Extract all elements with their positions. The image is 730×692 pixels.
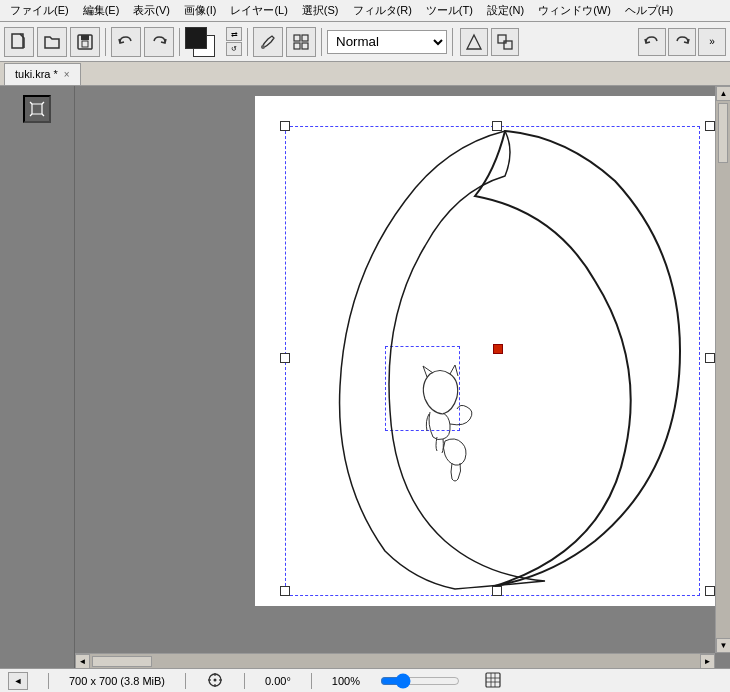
zoom-value: 100% [332, 675, 360, 687]
tools-panel [0, 86, 75, 668]
toolbar: ⇄ ↺ Normal Multiply Screen Overlay » [0, 22, 730, 62]
rotation-value: 0.00° [265, 675, 291, 687]
svg-marker-12 [32, 104, 42, 114]
separator-4 [321, 28, 322, 56]
prev-canvas-button[interactable]: ◄ [8, 672, 28, 690]
menu-edit[interactable]: 編集(E) [77, 1, 126, 20]
menu-tool[interactable]: ツール(T) [420, 1, 479, 20]
zoom-slider[interactable] [380, 673, 460, 689]
rotate-ccw-button[interactable] [638, 28, 666, 56]
sep-4 [311, 673, 312, 689]
document-tab[interactable]: tuki.kra * × [4, 63, 81, 85]
scroll-track-v[interactable] [716, 101, 730, 638]
new-button[interactable] [4, 27, 34, 57]
separator-3 [247, 28, 248, 56]
undo-button[interactable] [111, 27, 141, 57]
reset-colors-button[interactable]: ↺ [226, 42, 242, 56]
svg-rect-19 [486, 673, 500, 687]
handle-tr[interactable] [705, 121, 715, 131]
scroll-down-button[interactable]: ▼ [716, 638, 730, 653]
menu-settings[interactable]: 設定(N) [481, 1, 530, 20]
smudge-button[interactable] [460, 28, 488, 56]
svg-rect-8 [302, 43, 308, 49]
artwork-svg [285, 121, 705, 596]
scroll-thumb-v[interactable] [718, 103, 728, 163]
scroll-thumb-h[interactable] [92, 656, 152, 667]
more-button[interactable]: » [698, 28, 726, 56]
svg-rect-11 [504, 41, 512, 49]
grid-status-button[interactable] [484, 671, 502, 691]
menu-image[interactable]: 画像(I) [178, 1, 222, 20]
main-area: ▲ ▼ ◄ ► [0, 86, 730, 668]
canvas-area[interactable]: ▲ ▼ ◄ ► [75, 86, 730, 668]
tab-title: tuki.kra * [15, 68, 58, 80]
svg-point-14 [214, 678, 217, 681]
menu-window[interactable]: ウィンドウ(W) [532, 1, 617, 20]
tabbar: tuki.kra * × [0, 62, 730, 86]
svg-rect-6 [302, 35, 308, 41]
foreground-color[interactable] [185, 27, 207, 49]
menu-view[interactable]: 表示(V) [127, 1, 176, 20]
clone-button[interactable] [491, 28, 519, 56]
swap-colors-button[interactable]: ⇄ [226, 27, 242, 41]
toolbar-right: » [638, 28, 726, 56]
separator-5 [452, 28, 453, 56]
brush-tool-button[interactable] [253, 27, 283, 57]
save-button[interactable] [70, 27, 100, 57]
scroll-up-button[interactable]: ▲ [716, 86, 730, 101]
scroll-right-button[interactable]: ► [700, 654, 715, 668]
menu-filter[interactable]: フィルタ(R) [347, 1, 418, 20]
grid-button[interactable] [286, 27, 316, 57]
vertical-scrollbar[interactable]: ▲ ▼ [715, 86, 730, 653]
menu-select[interactable]: 選択(S) [296, 1, 345, 20]
redo-button[interactable] [144, 27, 174, 57]
menubar: ファイル(E) 編集(E) 表示(V) 画像(I) レイヤー(L) 選択(S) … [0, 0, 730, 22]
transform-tool[interactable] [23, 95, 51, 123]
svg-marker-9 [467, 35, 481, 49]
pan-tool-indicator[interactable] [206, 671, 224, 691]
svg-rect-2 [81, 35, 89, 40]
sep-3 [244, 673, 245, 689]
sep-1 [48, 673, 49, 689]
separator-2 [179, 28, 180, 56]
horizontal-scrollbar[interactable]: ◄ ► [75, 653, 715, 668]
svg-rect-3 [82, 41, 88, 47]
canvas-dimensions: 700 x 700 (3.8 MiB) [69, 675, 165, 687]
color-selector[interactable] [185, 27, 221, 57]
rotate-cw-button[interactable] [668, 28, 696, 56]
scroll-left-button[interactable]: ◄ [75, 654, 90, 668]
handle-br[interactable] [705, 586, 715, 596]
svg-rect-5 [294, 35, 300, 41]
svg-rect-7 [294, 43, 300, 49]
blend-mode-select[interactable]: Normal Multiply Screen Overlay [327, 30, 447, 54]
scroll-track-h[interactable] [90, 654, 700, 668]
statusbar: ◄ 700 x 700 (3.8 MiB) 0.00° 100% [0, 668, 730, 692]
handle-mr[interactable] [705, 353, 715, 363]
tab-close-button[interactable]: × [64, 69, 70, 80]
svg-rect-10 [498, 35, 506, 43]
menu-help[interactable]: ヘルプ(H) [619, 1, 679, 20]
menu-layer[interactable]: レイヤー(L) [224, 1, 293, 20]
svg-point-4 [261, 45, 265, 49]
separator-1 [105, 28, 106, 56]
menu-file[interactable]: ファイル(E) [4, 1, 75, 20]
canvas [255, 96, 715, 606]
sep-2 [185, 673, 186, 689]
open-button[interactable] [37, 27, 67, 57]
